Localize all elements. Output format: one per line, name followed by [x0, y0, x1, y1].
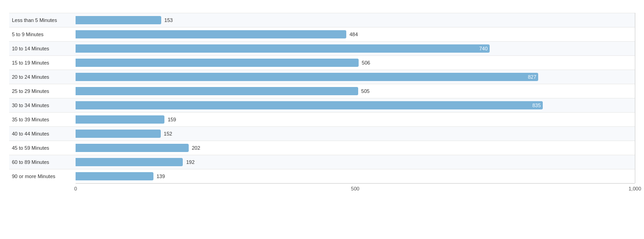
bar-track: 202	[76, 144, 635, 152]
x-axis: 05001,000	[76, 183, 635, 197]
bar-label: 25 to 29 Minutes	[9, 88, 76, 94]
bar-value: 192	[185, 159, 194, 165]
bar-track: 740	[76, 44, 635, 53]
bar-label: 40 to 44 Minutes	[9, 131, 76, 136]
bar-value: 152	[163, 131, 172, 136]
bar-label: 20 to 24 Minutes	[9, 74, 76, 80]
bar-fill: 740	[76, 44, 490, 53]
bar-row: 40 to 44 Minutes152	[9, 126, 635, 141]
x-axis-tick: 1,000	[628, 186, 641, 191]
bar-row: 15 to 19 Minutes506	[9, 55, 635, 70]
bar-fill: 192	[76, 158, 183, 166]
bar-fill: 152	[76, 130, 161, 138]
bar-fill: 484	[76, 30, 346, 38]
bar-label: 45 to 59 Minutes	[9, 145, 76, 151]
bar-value: 506	[360, 60, 370, 65]
bar-value: 159	[166, 117, 176, 122]
bar-fill: 506	[76, 59, 359, 67]
bar-row: 45 to 59 Minutes202	[9, 141, 635, 155]
bar-fill: 153	[76, 16, 161, 24]
chart-container: Less than 5 Minutes1535 to 9 Minutes4841…	[0, 0, 644, 239]
bar-label: 30 to 34 Minutes	[9, 103, 76, 108]
bar-value: 153	[163, 17, 173, 23]
bar-row: 30 to 34 Minutes835	[9, 98, 635, 112]
bar-value-inside: 827	[528, 74, 536, 80]
gridline	[635, 13, 635, 183]
bar-label: 90 or more Minutes	[9, 174, 76, 179]
bar-track: 153	[76, 16, 635, 24]
bar-track: 506	[76, 59, 635, 67]
bar-label: 60 to 89 Minutes	[9, 159, 76, 165]
bar-fill: 505	[76, 87, 358, 95]
x-axis-tick: 0	[74, 186, 77, 191]
bar-row: 90 or more Minutes139	[9, 169, 635, 183]
chart-area: Less than 5 Minutes1535 to 9 Minutes4841…	[9, 13, 635, 197]
bar-value-inside: 740	[479, 46, 487, 51]
bar-track: 192	[76, 158, 635, 166]
x-axis-tick: 500	[351, 186, 359, 191]
bar-row: 35 to 39 Minutes159	[9, 112, 635, 126]
bar-fill: 835	[76, 101, 543, 109]
bar-value: 202	[191, 145, 200, 151]
bar-row: Less than 5 Minutes153	[9, 13, 635, 27]
bar-value: 139	[155, 174, 165, 179]
bar-fill: 139	[76, 172, 153, 180]
bar-row: 25 to 29 Minutes505	[9, 84, 635, 98]
bar-row: 5 to 9 Minutes484	[9, 27, 635, 41]
bar-label: 15 to 19 Minutes	[9, 60, 76, 65]
bar-track: 827	[76, 73, 635, 81]
bar-track: 835	[76, 101, 635, 109]
bar-track: 152	[76, 130, 635, 138]
bar-track: 505	[76, 87, 635, 95]
bar-fill: 159	[76, 115, 164, 124]
bars-section: Less than 5 Minutes1535 to 9 Minutes4841…	[9, 13, 635, 183]
bar-track: 159	[76, 115, 635, 124]
bar-row: 10 to 14 Minutes740	[9, 41, 635, 55]
bar-label: 35 to 39 Minutes	[9, 117, 76, 122]
bar-value-inside: 835	[532, 103, 540, 108]
bar-value: 484	[348, 32, 358, 37]
bar-track: 484	[76, 30, 635, 38]
bar-row: 20 to 24 Minutes827	[9, 70, 635, 84]
bar-label: Less than 5 Minutes	[9, 17, 76, 23]
bar-label: 10 to 14 Minutes	[9, 46, 76, 51]
bar-track: 139	[76, 172, 635, 180]
bar-value: 505	[360, 88, 370, 94]
bar-row: 60 to 89 Minutes192	[9, 155, 635, 169]
bar-fill: 202	[76, 144, 189, 152]
bar-fill: 827	[76, 73, 538, 81]
bar-label: 5 to 9 Minutes	[9, 32, 76, 37]
